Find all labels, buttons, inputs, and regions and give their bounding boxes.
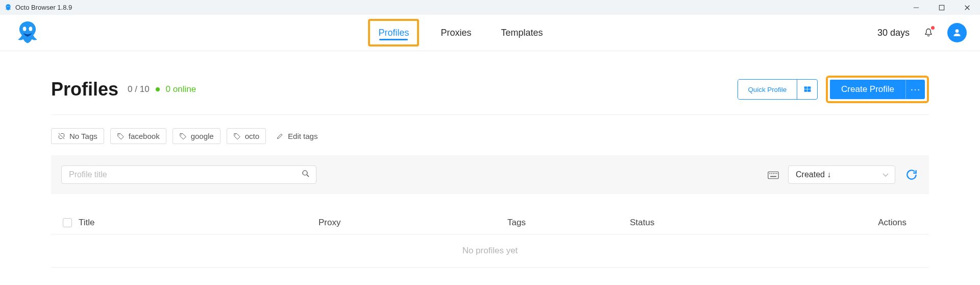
- svg-point-6: [955, 29, 959, 33]
- page-subtitle: 0 / 10 0 online: [128, 84, 196, 94]
- svg-rect-16: [769, 173, 770, 174]
- window-maximize-button[interactable]: [937, 3, 946, 12]
- account-button[interactable]: [947, 23, 967, 42]
- window-minimize-button[interactable]: [912, 3, 921, 12]
- tag-label: facebook: [129, 132, 160, 140]
- svg-point-4: [23, 27, 27, 31]
- svg-point-0: [7, 6, 8, 7]
- svg-rect-21: [770, 176, 776, 177]
- svg-rect-8: [807, 86, 811, 89]
- svg-rect-18: [773, 173, 774, 174]
- app-header: Profiles Proxies Templates 30 days: [0, 15, 980, 51]
- svg-rect-19: [775, 173, 776, 174]
- pencil-icon: [276, 132, 284, 140]
- filter-panel: Created ↓: [51, 155, 929, 194]
- tag-icon: [117, 132, 125, 140]
- svg-rect-7: [804, 86, 807, 89]
- tab-proxies[interactable]: Proxies: [432, 15, 479, 51]
- tags-row: No Tags facebook google octo Edit tags: [51, 115, 929, 148]
- tag-icon: [179, 132, 187, 140]
- tab-templates[interactable]: Templates: [493, 15, 551, 51]
- sort-select[interactable]: Created ↓: [788, 165, 895, 184]
- refresh-icon: [905, 168, 918, 181]
- col-actions: Actions: [701, 218, 924, 228]
- tag-label: octo: [245, 132, 259, 140]
- col-status: Status: [630, 218, 701, 228]
- tab-profiles[interactable]: Profiles: [368, 19, 419, 46]
- svg-rect-10: [807, 89, 811, 92]
- search-input[interactable]: [61, 165, 316, 184]
- tag-chip-google[interactable]: google: [173, 128, 220, 144]
- notification-dot: [931, 26, 935, 30]
- app-icon: [4, 4, 12, 12]
- svg-point-1: [9, 6, 10, 7]
- svg-rect-15: [768, 172, 778, 179]
- svg-point-12: [181, 134, 182, 135]
- tag-label: google: [191, 132, 214, 140]
- keyboard-icon[interactable]: [768, 171, 779, 179]
- col-title: Title: [79, 218, 318, 228]
- ellipsis-icon: ⋯: [910, 83, 921, 96]
- no-tags-label: No Tags: [69, 132, 97, 140]
- svg-rect-3: [939, 5, 944, 10]
- sort-value: Created ↓: [796, 170, 831, 179]
- quick-profile-os-button[interactable]: [797, 80, 817, 99]
- col-proxy: Proxy: [318, 218, 507, 228]
- profile-count: 0 / 10: [128, 84, 150, 94]
- window-close-button[interactable]: [963, 3, 972, 12]
- svg-rect-20: [776, 173, 777, 174]
- trial-days: 30 days: [877, 28, 910, 38]
- windows-icon: [803, 85, 812, 93]
- refresh-button[interactable]: [904, 168, 919, 182]
- search-box: [61, 165, 316, 184]
- window-title: Octo Browser 1.8.9: [15, 4, 72, 11]
- page-header: Profiles 0 / 10 0 online Quick Profile C…: [51, 51, 929, 115]
- online-dot-icon: [156, 87, 160, 91]
- table-empty-message: No profiles yet: [51, 234, 929, 268]
- online-count: 0 online: [166, 84, 197, 94]
- edit-tags-button[interactable]: Edit tags: [276, 132, 317, 140]
- quick-profile-group: Quick Profile: [738, 79, 818, 100]
- svg-rect-17: [771, 173, 772, 174]
- col-tags: Tags: [507, 218, 630, 228]
- quick-profile-button[interactable]: Quick Profile: [738, 80, 797, 99]
- edit-tags-label: Edit tags: [288, 132, 317, 140]
- search-icon: [301, 169, 310, 180]
- page-title: Profiles: [51, 79, 118, 100]
- svg-point-11: [118, 134, 119, 135]
- tag-icon: [233, 132, 241, 140]
- tag-chip-facebook[interactable]: facebook: [110, 128, 166, 144]
- svg-point-13: [235, 134, 236, 135]
- user-icon: [952, 28, 962, 38]
- tag-chip-octo[interactable]: octo: [227, 128, 266, 144]
- select-all-checkbox[interactable]: [63, 218, 72, 227]
- create-profile-highlight: Create Profile ⋯: [826, 76, 929, 103]
- create-profile-button[interactable]: Create Profile: [830, 80, 905, 99]
- svg-point-14: [303, 171, 307, 175]
- no-tags-chip[interactable]: No Tags: [51, 128, 104, 144]
- os-title-bar: Octo Browser 1.8.9: [0, 0, 980, 15]
- create-profile-more-button[interactable]: ⋯: [905, 80, 925, 99]
- logo: [13, 18, 42, 47]
- profiles-table: Title Proxy Tags Status Actions No profi…: [51, 211, 929, 268]
- svg-rect-9: [804, 89, 807, 92]
- svg-rect-2: [914, 7, 919, 8]
- notifications-button[interactable]: [923, 27, 934, 38]
- table-header: Title Proxy Tags Status Actions: [51, 211, 929, 234]
- tag-off-icon: [58, 132, 65, 140]
- svg-point-5: [29, 27, 33, 31]
- chevron-down-icon: [883, 170, 889, 179]
